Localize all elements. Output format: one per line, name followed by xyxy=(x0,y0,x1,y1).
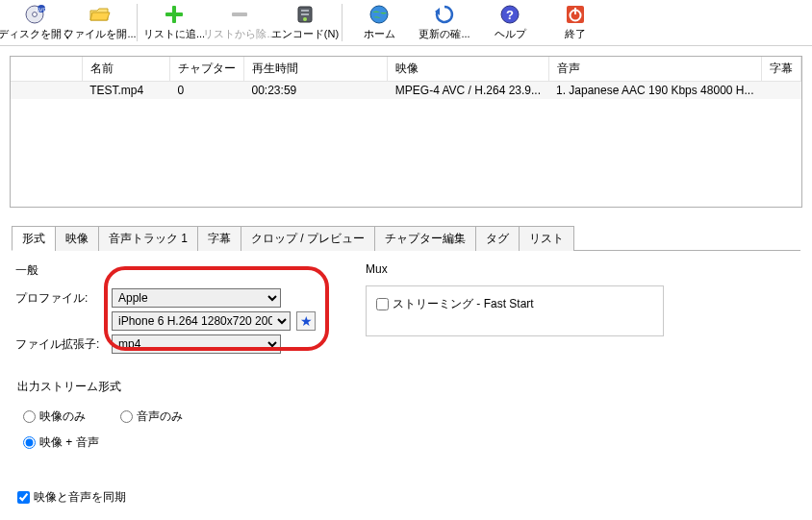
encode-icon xyxy=(292,2,317,27)
col-video[interactable]: 映像 xyxy=(388,57,548,82)
cell-duration: 00:23:59 xyxy=(244,82,388,100)
remove-from-list-label: リストから除... xyxy=(203,27,275,41)
add-to-list-label: リストに追... xyxy=(143,27,205,41)
mux-title: Mux xyxy=(366,262,664,276)
cell-name: TEST.mp4 xyxy=(82,82,169,100)
check-update-label: 更新の確... xyxy=(419,27,469,41)
toolbar-separator xyxy=(342,4,343,41)
open-file-button[interactable]: ファイルを開... xyxy=(67,2,133,44)
file-ext-label: ファイル拡張子: xyxy=(15,336,106,353)
tab-crop[interactable]: クロップ / プレビュー xyxy=(241,226,375,251)
output-stream-group: 出力ストリーム形式 映像のみ 音声のみ 映像 + 音声 xyxy=(17,379,795,451)
file-table[interactable]: 名前 チャプター 再生時間 映像 音声 字幕 TEST.mp4 0 00:23:… xyxy=(11,57,801,99)
col-blank[interactable] xyxy=(11,57,82,82)
folder-open-icon xyxy=(88,2,113,27)
general-group: 一般 プロファイル: Apple iPhone 6 H.264 1280x720… xyxy=(15,262,343,358)
check-update-button[interactable]: 更新の確... xyxy=(412,2,477,44)
open-disc-button[interactable]: AVC ディスクを開く xyxy=(2,2,67,44)
tab-subtitle[interactable]: 字幕 xyxy=(197,226,241,251)
general-title: 一般 xyxy=(15,262,343,279)
video-audio-label: 映像 + 音声 xyxy=(39,434,99,451)
help-button[interactable]: ? ヘルプ xyxy=(477,2,543,44)
svg-point-11 xyxy=(370,6,388,23)
video-only-label: 映像のみ xyxy=(39,409,86,425)
video-audio-radio[interactable] xyxy=(23,436,36,449)
add-to-list-button[interactable]: リストに追... xyxy=(141,2,207,44)
tab-chapter[interactable]: チャプター編集 xyxy=(374,226,476,251)
tab-audio[interactable]: 音声トラック 1 xyxy=(98,226,198,251)
streaming-checkbox-row[interactable]: ストリーミング - Fast Start xyxy=(376,296,653,312)
streaming-checkbox[interactable] xyxy=(376,298,389,310)
toolbar-separator xyxy=(137,4,138,41)
help-icon: ? xyxy=(497,2,522,27)
cell-audio: 1. Japanese AAC 190 Kbps 48000 H... xyxy=(548,82,762,100)
remove-from-list-button: リストから除... xyxy=(207,2,272,44)
refresh-icon xyxy=(432,2,457,27)
home-button[interactable]: ホーム xyxy=(346,2,412,44)
home-label: ホーム xyxy=(364,27,395,41)
svg-rect-9 xyxy=(301,13,309,15)
globe-icon xyxy=(367,2,392,27)
svg-text:?: ? xyxy=(506,8,514,22)
col-duration[interactable]: 再生時間 xyxy=(244,57,388,82)
encode-label: エンコード(N) xyxy=(271,27,339,41)
settings-tabs: 形式 映像 音声トラック 1 字幕 クロップ / プレビュー チャプター編集 タ… xyxy=(12,225,800,251)
preset-select[interactable]: iPhone 6 H.264 1280x720 2000 kbps xyxy=(112,311,291,331)
cell-subtitle xyxy=(762,82,801,100)
svg-point-1 xyxy=(33,12,38,17)
disc-icon: AVC xyxy=(22,2,47,27)
open-file-label: ファイルを開... xyxy=(63,27,136,41)
minus-icon xyxy=(227,2,252,27)
audio-only-radio[interactable] xyxy=(120,410,133,423)
output-stream-title: 出力ストリーム形式 xyxy=(17,379,795,395)
col-subtitle[interactable]: 字幕 xyxy=(762,57,801,82)
svg-rect-6 xyxy=(232,12,247,16)
profile-label: プロファイル: xyxy=(15,290,106,307)
favorite-button[interactable]: ★ xyxy=(296,311,316,331)
col-name[interactable]: 名前 xyxy=(82,57,169,82)
file-list-panel: 名前 チャプター 再生時間 映像 音声 字幕 TEST.mp4 0 00:23:… xyxy=(10,56,802,208)
mux-group: Mux ストリーミング - Fast Start xyxy=(366,262,664,358)
video-only-radio-row[interactable]: 映像のみ xyxy=(23,409,86,425)
open-disc-label: ディスクを開く xyxy=(0,27,72,41)
cell-video: MPEG-4 AVC / H.264 23.9... xyxy=(388,82,548,100)
tab-list[interactable]: リスト xyxy=(519,226,574,251)
main-toolbar: AVC ディスクを開く ファイルを開... リストに追... xyxy=(0,0,812,46)
exit-button[interactable]: 終了 xyxy=(543,2,608,44)
col-audio[interactable]: 音声 xyxy=(548,57,762,82)
video-audio-radio-row[interactable]: 映像 + 音声 xyxy=(23,434,795,451)
svg-rect-8 xyxy=(301,10,309,12)
streaming-label: ストリーミング - Fast Start xyxy=(393,296,534,312)
tab-format[interactable]: 形式 xyxy=(12,226,56,251)
audio-only-radio-row[interactable]: 音声のみ xyxy=(120,409,183,425)
svg-rect-5 xyxy=(165,12,183,16)
svg-text:AVC: AVC xyxy=(36,7,46,12)
file-ext-select[interactable]: mp4 xyxy=(112,334,281,354)
svg-point-10 xyxy=(303,17,307,21)
cell-chapter: 0 xyxy=(170,82,244,100)
plus-icon xyxy=(162,2,187,27)
power-icon xyxy=(563,2,588,27)
sync-checkbox-row[interactable]: 映像と音声を同期 xyxy=(17,489,795,506)
audio-only-label: 音声のみ xyxy=(137,409,183,425)
sync-checkbox[interactable] xyxy=(17,491,30,504)
profile-select[interactable]: Apple xyxy=(112,288,281,308)
tab-video[interactable]: 映像 xyxy=(55,226,99,251)
video-only-radio[interactable] xyxy=(23,410,36,423)
table-row[interactable]: TEST.mp4 0 00:23:59 MPEG-4 AVC / H.264 2… xyxy=(11,82,801,100)
col-chapter[interactable]: チャプター xyxy=(170,57,244,82)
svg-rect-17 xyxy=(574,8,576,14)
exit-label: 終了 xyxy=(565,27,586,41)
sync-label: 映像と音声を同期 xyxy=(34,489,126,506)
tab-tag[interactable]: タグ xyxy=(475,226,520,251)
encode-button[interactable]: エンコード(N) xyxy=(272,2,338,44)
help-label: ヘルプ xyxy=(495,27,526,41)
star-icon: ★ xyxy=(300,313,313,329)
